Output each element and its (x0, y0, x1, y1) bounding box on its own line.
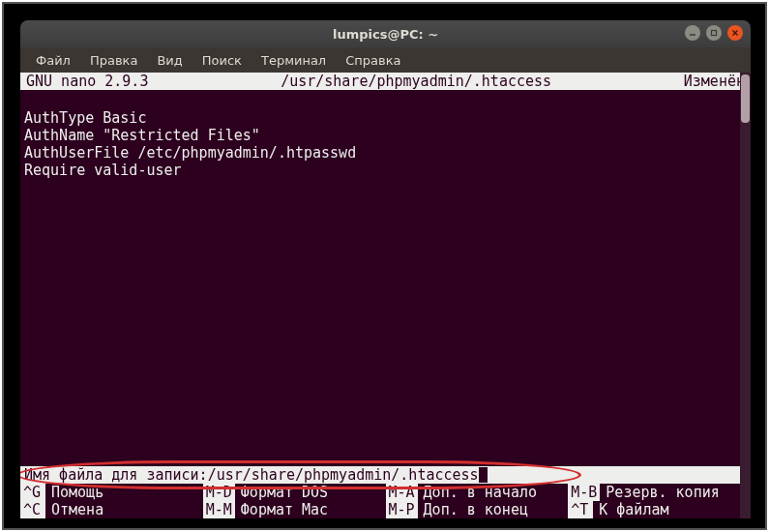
nano-footer: Имя файла для записи: /usr/share/phpmyad… (20, 466, 751, 518)
scrollbar[interactable] (740, 73, 751, 518)
window-controls (685, 25, 743, 41)
shortcut-bar: ^GПомощь M-DФормат DOS M-AДоп. в начало … (20, 484, 751, 518)
shortcut-backup[interactable]: M-BРезерв. копия (568, 484, 751, 501)
editor-content[interactable]: AuthType Basic AuthName "Restricted File… (20, 90, 751, 196)
nano-header: GNU nano 2.9.3 /usr/share/phpmyadmin/.ht… (20, 73, 751, 90)
svg-rect-1 (712, 31, 717, 36)
shortcut-to-files[interactable]: ^TК файлам (568, 501, 751, 518)
cursor (479, 467, 488, 483)
menu-help[interactable]: Справка (338, 51, 408, 70)
prompt-value: /usr/share/phpmyadmin/.htaccess (208, 466, 479, 484)
window-title: lumpics@PC: ~ (333, 27, 438, 42)
shortcut-dos-format[interactable]: M-DФормат DOS (203, 484, 386, 501)
close-button[interactable] (727, 25, 743, 41)
shortcut-help[interactable]: ^GПомощь (20, 484, 203, 501)
content-line: Require valid-user (24, 162, 182, 179)
shortcut-cancel[interactable]: ^CОтмена (20, 501, 203, 518)
shortcut-prepend[interactable]: M-PДоп. в конец (386, 501, 569, 518)
menu-view[interactable]: Вид (149, 51, 190, 70)
content-line: AuthName "Restricted Files" (24, 127, 260, 144)
menu-file[interactable]: Файл (28, 51, 78, 70)
nano-filepath: /usr/share/phpmyadmin/.htaccess (148, 73, 683, 90)
menubar: Файл Правка Вид Поиск Терминал Справка (20, 47, 751, 73)
prompt-label: Имя файла для записи: (24, 466, 208, 484)
menu-terminal[interactable]: Терминал (253, 51, 334, 70)
nano-status: Изменён (684, 73, 745, 90)
save-prompt[interactable]: Имя файла для записи: /usr/share/phpmyad… (20, 466, 751, 484)
content-line: AuthUserFile /etc/phpmyadmin/.htpasswd (24, 144, 356, 162)
menu-edit[interactable]: Правка (82, 51, 145, 70)
terminal-area[interactable]: GNU nano 2.9.3 /usr/share/phpmyadmin/.ht… (20, 73, 751, 518)
scrollbar-thumb[interactable] (741, 74, 750, 123)
scrollbar-track (740, 73, 751, 518)
titlebar: lumpics@PC: ~ (20, 20, 751, 47)
menu-search[interactable]: Поиск (194, 51, 250, 70)
terminal-window: lumpics@PC: ~ Файл Правка Вид Поиск Терм… (20, 20, 751, 518)
nano-version: GNU nano 2.9.3 (26, 73, 148, 90)
maximize-button[interactable] (706, 25, 722, 41)
minimize-button[interactable] (685, 25, 700, 41)
content-line: AuthType Basic (24, 109, 146, 127)
shortcut-mac-format[interactable]: M-MФормат Mac (203, 501, 386, 518)
shortcut-append[interactable]: M-AДоп. в начало (386, 484, 569, 501)
